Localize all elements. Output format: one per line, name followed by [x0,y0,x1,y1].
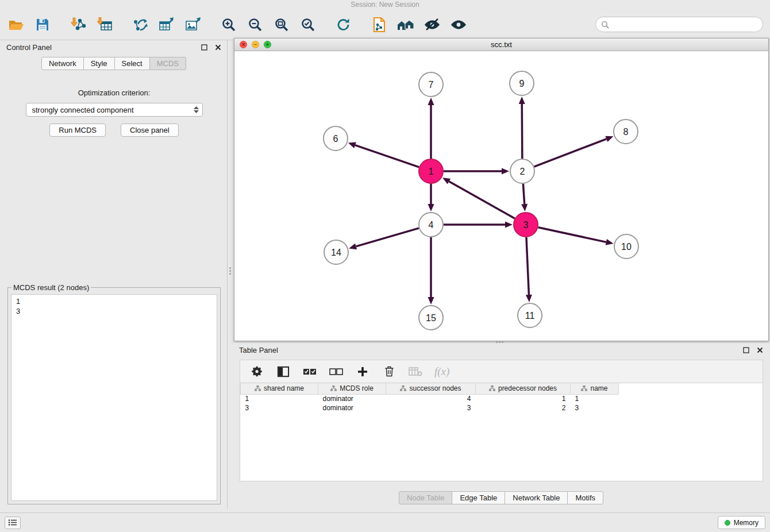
zoom-group [220,16,317,34]
column-header-name[interactable]: name [571,383,619,394]
graph-edge-arrowhead [428,297,434,304]
tab-node-table[interactable]: Node Table [399,491,453,504]
minimize-window-icon[interactable]: − [252,41,259,48]
zoom-in-icon [221,17,236,32]
memory-status-icon [725,520,730,526]
export-network-icon [132,17,148,32]
network-canvas[interactable]: 7968124314101511 [234,51,768,341]
save-session-button[interactable] [33,16,52,34]
graph-edge-3-1[interactable] [449,182,514,219]
zoom-in-button[interactable] [220,16,238,34]
graph-edge-2-9[interactable] [522,104,522,159]
criterion-select[interactable]: strongly connected component [26,103,203,117]
import-network-button[interactable] [69,16,87,34]
search-box[interactable] [595,17,763,32]
control-panel-header: Control Panel [1,40,227,54]
graph-node-label: 4 [429,220,434,230]
graph-edge-arrowhead [521,204,528,211]
column-type-icon [400,385,406,391]
tab-network[interactable]: Network [41,57,84,70]
network-window-title: scc.txt [234,40,768,49]
column-header-shared-name[interactable]: shared name [241,383,318,394]
table-row[interactable]: 3dominator323 [241,403,619,413]
export-table-icon [159,17,175,32]
graph-node-label: 10 [621,242,632,252]
zoom-fit-button[interactable] [272,16,291,34]
import-table-button[interactable] [95,16,114,34]
neighbors-button[interactable] [396,16,415,34]
run-mcds-button[interactable]: Run MCDS [49,124,106,137]
mcds-result-item[interactable]: 1 [16,296,212,306]
tab-motifs[interactable]: Motifs [567,491,603,504]
table-cell: 1 [476,394,571,403]
mcds-result-list[interactable]: 13 [11,294,217,501]
save-icon [36,18,49,32]
memory-button[interactable]: Memory [718,516,765,529]
table-toolbar: f(x) [240,360,763,383]
show-details-button[interactable] [449,16,468,34]
export-table-button[interactable] [157,16,176,34]
graph-edge-2-3[interactable] [523,184,524,204]
table-panel: Table Panel [234,343,769,510]
deselect-all-button[interactable] [329,364,344,379]
close-window-icon[interactable]: × [240,41,247,48]
create-column-button[interactable] [355,364,370,379]
network-graph[interactable]: 7968124314101511 [234,51,768,342]
search-input[interactable] [612,20,757,29]
table-row[interactable]: 1dominator411 [241,394,619,403]
splitter-grip-icon [229,267,231,275]
zoom-selected-button[interactable] [299,16,317,34]
delete-column-button[interactable] [382,364,396,379]
graph-edge-3-11[interactable] [526,237,529,295]
clone-network-icon [372,17,387,33]
tab-select[interactable]: Select [114,57,150,70]
window-titlebar[interactable]: Session: New Session [0,0,770,9]
mcds-result-item[interactable]: 3 [16,306,212,316]
export-network-button[interactable] [131,16,149,34]
float-panel-icon[interactable] [200,43,208,51]
deselect-all-icon [329,367,343,376]
close-panel-icon[interactable] [214,43,222,51]
graph-edge-3-10[interactable] [538,228,606,242]
graph-edge-arrowhead [605,136,613,142]
hide-details-button[interactable] [423,16,441,34]
show-column-button[interactable] [276,364,291,379]
column-header-mcds-role[interactable]: MCDS role [318,383,386,394]
table-settings-button[interactable] [249,364,264,379]
file-group [7,16,52,34]
tab-mcds[interactable]: MCDS [149,57,186,70]
control-panel-tabs: Network Style Select MCDS [1,57,227,70]
node-table-container: shared name MCDS role [240,383,763,481]
refresh-icon [336,17,352,32]
graph-edge-arrowhead [502,168,509,175]
column-header-successor-nodes[interactable]: successor nodes [386,383,476,394]
close-panel-button[interactable]: Close panel [121,124,179,137]
clone-network-button[interactable] [370,16,388,34]
graph-edge-1-6[interactable] [355,145,419,167]
export-group [131,16,202,34]
select-all-button[interactable] [302,364,317,379]
graph-edge-4-14[interactable] [356,228,419,246]
network-window-titlebar[interactable]: × − + scc.txt [234,38,768,51]
task-history-button[interactable] [5,516,21,529]
table-cell: 3 [571,403,619,413]
open-session-button[interactable] [7,16,25,34]
gear-icon [251,365,263,377]
tab-edge-table[interactable]: Edge Table [452,491,505,504]
tab-network-table[interactable]: Network Table [505,491,568,504]
export-image-button[interactable] [184,16,202,34]
column-header-predecessor-nodes[interactable]: predecessor nodes [476,383,571,394]
graph-edge-arrowhead [428,98,434,105]
zoom-out-button[interactable] [246,16,264,34]
graph-node-label: 15 [426,313,436,323]
maximize-window-icon[interactable]: + [264,41,271,48]
graph-edge-2-8[interactable] [534,139,607,167]
refresh-view-button[interactable] [334,16,353,34]
close-table-panel-icon[interactable] [756,346,764,354]
tab-style[interactable]: Style [83,57,115,70]
panel-splitter[interactable] [228,40,234,508]
zoom-selected-icon [301,17,315,32]
float-table-panel-icon[interactable] [742,346,750,354]
table-cell: 4 [386,394,476,403]
plus-icon [357,366,368,377]
